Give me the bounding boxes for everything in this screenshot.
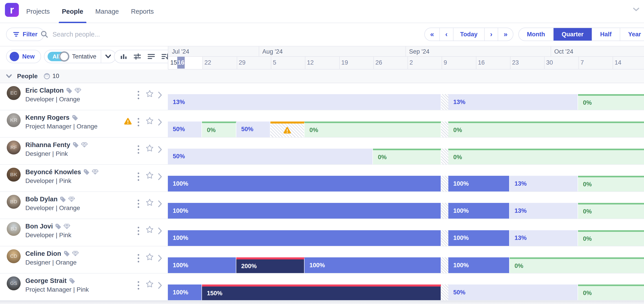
allocation-segment[interactable]: 200%	[236, 257, 304, 273]
group-collapse-chevron-icon[interactable]	[6, 74, 12, 78]
allocation-segment[interactable]: 0%	[578, 176, 644, 191]
week-start-label[interactable]: 9	[444, 59, 447, 66]
allocation-segment[interactable]: 100%	[448, 203, 510, 219]
allocation-segment[interactable]: 50%	[448, 285, 578, 300]
allocation-segment[interactable]: 0%	[578, 285, 644, 300]
week-start-label[interactable]: 2	[410, 59, 413, 66]
allocation-segment[interactable]: 13%	[510, 203, 578, 219]
allocation-segment[interactable]: 150%	[202, 285, 441, 300]
toggle-dropdown-chevron-icon[interactable]	[105, 54, 112, 59]
allocation-segment[interactable]: 100%	[168, 285, 202, 300]
allocation-segment[interactable]: 0%	[578, 230, 644, 246]
allocation-segment[interactable]: 0%	[510, 257, 644, 273]
overbooked-warning-icon[interactable]	[124, 118, 132, 126]
row-menu-kebab-icon[interactable]	[137, 281, 140, 291]
week-start-label[interactable]: 16	[478, 59, 485, 66]
allocation-segment[interactable]: 100%	[168, 257, 236, 273]
allocation-segment[interactable]: 0%	[448, 149, 644, 164]
allocation-segment[interactable]: 0%	[448, 121, 644, 137]
allocation-segment[interactable]: 50%	[168, 121, 202, 137]
today-button[interactable]: Today	[453, 28, 484, 40]
week-start-label[interactable]: 23	[512, 59, 519, 66]
expand-row-chevron-icon[interactable]	[158, 173, 162, 181]
favorite-star-icon[interactable]	[146, 280, 154, 289]
allocation-segment[interactable]: 100%	[448, 257, 510, 273]
row-menu-kebab-icon[interactable]	[137, 226, 140, 237]
week-start-label[interactable]: 15	[170, 59, 177, 66]
week-start-label[interactable]: 26	[376, 59, 382, 66]
expand-row-chevron-icon[interactable]	[158, 200, 162, 209]
allocation-segment[interactable]: 50%	[168, 149, 373, 164]
week-start-label[interactable]: 5	[273, 59, 276, 66]
favorite-star-icon[interactable]	[146, 253, 154, 262]
avatar[interactable]: GS	[7, 277, 21, 290]
avatar[interactable]: EC	[7, 86, 21, 100]
allocation-segment[interactable]: 13%	[510, 230, 578, 246]
avatar[interactable]: KR	[7, 113, 21, 127]
view-month-button[interactable]: Month	[519, 28, 553, 40]
row-menu-kebab-icon[interactable]	[137, 145, 140, 155]
person-name[interactable]: George Strait	[25, 277, 75, 285]
person-name[interactable]: Bon Jovi	[25, 223, 70, 230]
filter-button[interactable]: Filter	[6, 27, 44, 41]
allocation-segment[interactable]: 0%	[373, 149, 441, 164]
today-date-chip[interactable]: 16	[177, 57, 185, 69]
person-name[interactable]: Eric Clapton	[25, 87, 81, 94]
allocation-segment[interactable]: 100%	[168, 230, 441, 246]
app-logo[interactable]: r	[5, 3, 19, 17]
allocation-segment[interactable]: 100%	[168, 203, 441, 219]
favorite-star-icon[interactable]	[146, 171, 154, 180]
week-start-label[interactable]: 19	[341, 59, 348, 66]
view-year-button[interactable]: Year	[620, 28, 644, 40]
week-start-label[interactable]: 30	[546, 59, 553, 66]
jump-forward-button[interactable]: »	[498, 28, 513, 40]
allocation-segment[interactable]: 13%	[510, 176, 578, 191]
expand-row-chevron-icon[interactable]	[158, 227, 162, 236]
allocation-segment[interactable]: 100%	[448, 230, 510, 246]
expand-row-chevron-icon[interactable]	[158, 146, 162, 154]
view-quarter-button[interactable]: Quarter	[553, 28, 592, 40]
jump-back-button[interactable]: «	[425, 28, 439, 40]
favorite-star-icon[interactable]	[146, 144, 154, 153]
allocation-segment[interactable]: 50%	[236, 121, 270, 137]
person-name[interactable]: Bob Dylan	[25, 196, 75, 203]
allocation-segment[interactable]: 0%	[578, 203, 644, 219]
allocation-segment[interactable]: 13%	[448, 94, 578, 110]
view-half-button[interactable]: Half	[592, 28, 620, 40]
next-button[interactable]: ›	[484, 28, 498, 40]
avatar[interactable]: BD	[7, 195, 21, 209]
prev-button[interactable]: ‹	[439, 28, 453, 40]
allocation-segment[interactable]: 100%	[168, 176, 441, 191]
search-input[interactable]	[52, 30, 178, 38]
week-start-label[interactable]: 29	[239, 59, 246, 66]
avatar[interactable]: RF	[7, 141, 21, 154]
favorite-star-icon[interactable]	[146, 89, 154, 99]
favorite-star-icon[interactable]	[146, 198, 154, 208]
tune-settings-icon[interactable]	[133, 53, 141, 60]
new-person-button[interactable]: + New	[6, 50, 41, 63]
week-start-label[interactable]: 12	[307, 59, 314, 66]
week-start-label[interactable]: 22	[204, 59, 211, 66]
favorite-star-icon[interactable]	[146, 225, 154, 235]
tab-reports[interactable]: Reports	[131, 0, 154, 23]
tab-people[interactable]: People	[62, 0, 83, 23]
allocation-segment[interactable]: 0%	[304, 121, 441, 137]
person-name[interactable]: Rihanna Fenty	[25, 141, 88, 149]
avatar[interactable]: BJ	[7, 222, 21, 236]
favorite-star-icon[interactable]	[146, 117, 154, 126]
row-menu-kebab-icon[interactable]	[137, 254, 140, 264]
tab-projects[interactable]: Projects	[26, 0, 50, 23]
header-collapse-chevron-icon[interactable]	[632, 7, 640, 13]
expand-row-chevron-icon[interactable]	[158, 282, 162, 290]
row-menu-kebab-icon[interactable]	[137, 199, 140, 209]
week-start-label[interactable]: 7	[580, 59, 584, 66]
week-start-label[interactable]: 14	[614, 59, 621, 66]
allocation-segment[interactable]: 0%	[578, 94, 644, 110]
avatar[interactable]: BK	[7, 168, 21, 182]
allocation-segment[interactable]: 100%	[448, 176, 510, 191]
row-menu-kebab-icon[interactable]	[137, 117, 140, 128]
tab-manage[interactable]: Manage	[95, 0, 119, 23]
allocation-segment[interactable]: 0%	[202, 121, 236, 137]
person-name[interactable]: Celine Dion	[25, 250, 79, 257]
avatar[interactable]: CD	[7, 249, 21, 263]
